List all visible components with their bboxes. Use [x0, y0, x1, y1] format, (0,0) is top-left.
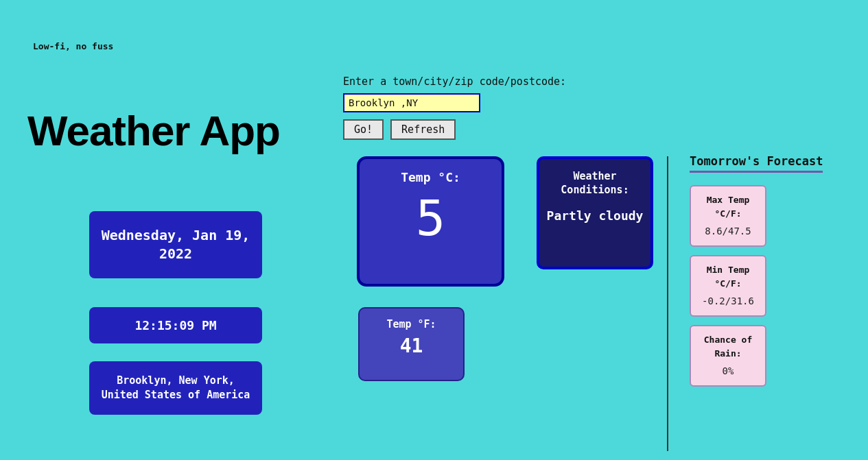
date-box: Wednesday, Jan 19, 2022 [89, 211, 262, 278]
button-row: Go! Refresh [343, 119, 566, 140]
min-temp-label: Min Temp °C/F: [698, 263, 758, 290]
temp-fahrenheit-value: 41 [366, 335, 456, 357]
chance-rain-value: 0% [723, 365, 734, 376]
max-temp-label: Max Temp °C/F: [698, 193, 758, 220]
temp-celsius-label: Temp °C: [366, 170, 495, 184]
min-temp-value: -0.2/31.6 [702, 295, 754, 306]
search-area: Enter a town/city/zip code/postcode: Go!… [343, 75, 566, 140]
tomorrow-forecast-title: Tomorrow's Forecast [690, 154, 823, 173]
min-temp-card: Min Temp °C/F: -0.2/31.6 [690, 255, 766, 317]
location-box: Brooklyn, New York, United States of Ame… [89, 361, 262, 415]
search-input[interactable] [343, 93, 480, 112]
chance-rain-card: Chance of Rain: 0% [690, 325, 766, 387]
temp-celsius-value: 5 [366, 191, 495, 245]
search-label: Enter a town/city/zip code/postcode: [343, 75, 566, 88]
max-temp-value: 8.6/47.5 [705, 226, 751, 237]
temp-fahrenheit-box: Temp °F: 41 [358, 307, 465, 381]
weather-conditions-value: Partly cloudy [546, 208, 644, 223]
app-tagline: Low-fi, no fuss [33, 41, 113, 51]
vertical-divider [667, 156, 668, 451]
chance-rain-label: Chance of Rain: [698, 333, 758, 360]
max-temp-card: Max Temp °C/F: 8.6/47.5 [690, 185, 766, 247]
weather-conditions-title: Weather Conditions: [546, 170, 644, 197]
go-button[interactable]: Go! [343, 119, 384, 140]
tomorrow-forecast-section: Tomorrow's Forecast Max Temp °C/F: 8.6/4… [690, 154, 823, 395]
temp-fahrenheit-label: Temp °F: [366, 318, 456, 330]
app-title: Weather App [27, 106, 280, 155]
weather-conditions-box: Weather Conditions: Partly cloudy [537, 156, 653, 269]
temp-celsius-box: Temp °C: 5 [357, 156, 504, 287]
time-box: 12:15:09 PM [89, 307, 262, 343]
refresh-button[interactable]: Refresh [390, 119, 456, 140]
